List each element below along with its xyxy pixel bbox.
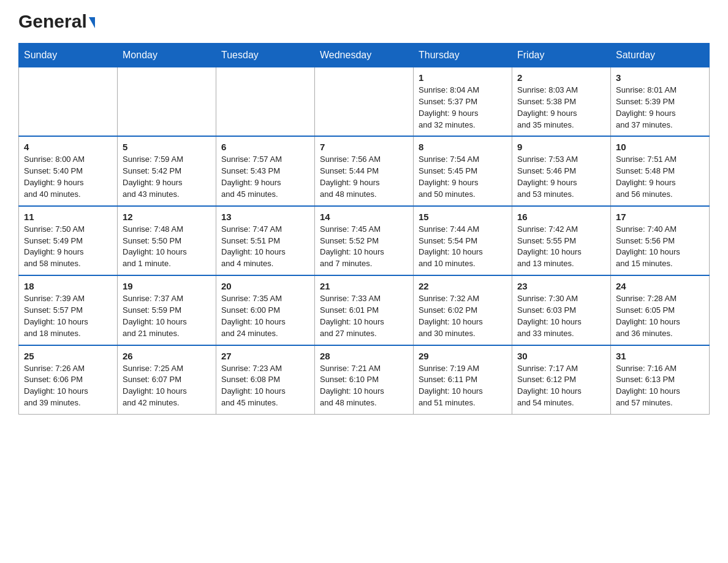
day-number: 23: [517, 281, 605, 291]
day-number: 4: [24, 142, 112, 152]
calendar-cell: 20Sunrise: 7:35 AM Sunset: 6:00 PM Dayli…: [216, 275, 315, 345]
day-info: Sunrise: 7:44 AM Sunset: 5:54 PM Dayligh…: [419, 224, 507, 270]
calendar-week-row: 1Sunrise: 8:04 AM Sunset: 5:37 PM Daylig…: [19, 67, 710, 137]
day-info: Sunrise: 7:19 AM Sunset: 6:11 PM Dayligh…: [419, 363, 507, 409]
calendar-cell: 13Sunrise: 7:47 AM Sunset: 5:51 PM Dayli…: [216, 206, 315, 275]
col-saturday: Saturday: [611, 44, 710, 67]
day-number: 6: [221, 142, 309, 152]
day-number: 30: [517, 351, 605, 361]
calendar-cell: 2Sunrise: 8:03 AM Sunset: 5:38 PM Daylig…: [512, 67, 611, 137]
day-number: 24: [616, 281, 704, 291]
day-info: Sunrise: 7:39 AM Sunset: 5:57 PM Dayligh…: [24, 293, 112, 339]
day-number: 18: [24, 281, 112, 291]
calendar-cell: 10Sunrise: 7:51 AM Sunset: 5:48 PM Dayli…: [611, 136, 710, 205]
day-info: Sunrise: 7:42 AM Sunset: 5:55 PM Dayligh…: [517, 224, 605, 270]
calendar-cell: 4Sunrise: 8:00 AM Sunset: 5:40 PM Daylig…: [19, 136, 118, 205]
logo-line1: General: [18, 12, 95, 31]
day-number: 2: [517, 72, 605, 83]
calendar-cell: 29Sunrise: 7:19 AM Sunset: 6:11 PM Dayli…: [414, 345, 512, 415]
day-number: 20: [221, 281, 309, 291]
calendar-cell: 23Sunrise: 7:30 AM Sunset: 6:03 PM Dayli…: [512, 275, 611, 345]
day-number: 11: [24, 212, 112, 222]
calendar-cell: [118, 67, 216, 137]
page-header: General: [18, 12, 710, 34]
day-number: 17: [616, 212, 704, 222]
day-info: Sunrise: 7:25 AM Sunset: 6:07 PM Dayligh…: [123, 363, 211, 409]
day-info: Sunrise: 8:03 AM Sunset: 5:38 PM Dayligh…: [517, 85, 605, 131]
calendar-cell: 31Sunrise: 7:16 AM Sunset: 6:13 PM Dayli…: [611, 345, 710, 415]
day-info: Sunrise: 7:33 AM Sunset: 6:01 PM Dayligh…: [320, 293, 408, 339]
calendar-week-row: 18Sunrise: 7:39 AM Sunset: 5:57 PM Dayli…: [19, 275, 710, 345]
day-number: 5: [123, 142, 211, 152]
calendar-cell: 28Sunrise: 7:21 AM Sunset: 6:10 PM Dayli…: [315, 345, 414, 415]
day-info: Sunrise: 7:45 AM Sunset: 5:52 PM Dayligh…: [320, 224, 408, 270]
day-number: 10: [616, 142, 704, 152]
day-number: 12: [123, 212, 211, 222]
calendar-table: Sunday Monday Tuesday Wednesday Thursday…: [18, 43, 710, 415]
calendar-cell: 12Sunrise: 7:48 AM Sunset: 5:50 PM Dayli…: [118, 206, 216, 275]
day-number: 27: [221, 351, 309, 361]
calendar-cell: 17Sunrise: 7:40 AM Sunset: 5:56 PM Dayli…: [611, 206, 710, 275]
calendar-cell: 11Sunrise: 7:50 AM Sunset: 5:49 PM Dayli…: [19, 206, 118, 275]
day-number: 25: [24, 351, 112, 361]
day-info: Sunrise: 7:53 AM Sunset: 5:46 PM Dayligh…: [517, 154, 605, 200]
calendar-week-row: 11Sunrise: 7:50 AM Sunset: 5:49 PM Dayli…: [19, 206, 710, 275]
day-number: 15: [419, 212, 507, 222]
day-info: Sunrise: 7:47 AM Sunset: 5:51 PM Dayligh…: [221, 224, 309, 270]
day-info: Sunrise: 7:37 AM Sunset: 5:59 PM Dayligh…: [123, 293, 211, 339]
calendar-cell: 24Sunrise: 7:28 AM Sunset: 6:05 PM Dayli…: [611, 275, 710, 345]
calendar-cell: 19Sunrise: 7:37 AM Sunset: 5:59 PM Dayli…: [118, 275, 216, 345]
calendar-cell: 6Sunrise: 7:57 AM Sunset: 5:43 PM Daylig…: [216, 136, 315, 205]
calendar-cell: 25Sunrise: 7:26 AM Sunset: 6:06 PM Dayli…: [19, 345, 118, 415]
day-info: Sunrise: 8:00 AM Sunset: 5:40 PM Dayligh…: [24, 154, 112, 200]
col-sunday: Sunday: [19, 44, 118, 67]
day-number: 3: [616, 72, 704, 83]
day-info: Sunrise: 7:26 AM Sunset: 6:06 PM Dayligh…: [24, 363, 112, 409]
logo-general: General: [18, 12, 87, 31]
calendar-cell: 1Sunrise: 8:04 AM Sunset: 5:37 PM Daylig…: [414, 67, 512, 137]
day-info: Sunrise: 7:59 AM Sunset: 5:42 PM Dayligh…: [123, 154, 211, 200]
day-number: 21: [320, 281, 408, 291]
day-info: Sunrise: 7:50 AM Sunset: 5:49 PM Dayligh…: [24, 224, 112, 270]
day-number: 28: [320, 351, 408, 361]
day-info: Sunrise: 7:35 AM Sunset: 6:00 PM Dayligh…: [221, 293, 309, 339]
calendar-cell: 14Sunrise: 7:45 AM Sunset: 5:52 PM Dayli…: [315, 206, 414, 275]
day-number: 26: [123, 351, 211, 361]
day-number: 7: [320, 142, 408, 152]
day-info: Sunrise: 7:51 AM Sunset: 5:48 PM Dayligh…: [616, 154, 704, 200]
calendar-week-row: 25Sunrise: 7:26 AM Sunset: 6:06 PM Dayli…: [19, 345, 710, 415]
day-info: Sunrise: 7:56 AM Sunset: 5:44 PM Dayligh…: [320, 154, 408, 200]
day-info: Sunrise: 8:04 AM Sunset: 5:37 PM Dayligh…: [419, 85, 507, 131]
calendar-cell: [216, 67, 315, 137]
calendar-cell: [315, 67, 414, 137]
calendar-cell: 16Sunrise: 7:42 AM Sunset: 5:55 PM Dayli…: [512, 206, 611, 275]
day-info: Sunrise: 7:40 AM Sunset: 5:56 PM Dayligh…: [616, 224, 704, 270]
calendar-cell: 26Sunrise: 7:25 AM Sunset: 6:07 PM Dayli…: [118, 345, 216, 415]
col-thursday: Thursday: [414, 44, 512, 67]
day-number: 16: [517, 212, 605, 222]
logo: General: [18, 12, 95, 31]
day-info: Sunrise: 7:21 AM Sunset: 6:10 PM Dayligh…: [320, 363, 408, 409]
day-number: 19: [123, 281, 211, 291]
col-friday: Friday: [512, 44, 611, 67]
day-info: Sunrise: 7:57 AM Sunset: 5:43 PM Dayligh…: [221, 154, 309, 200]
day-number: 14: [320, 212, 408, 222]
col-wednesday: Wednesday: [315, 44, 414, 67]
day-number: 22: [419, 281, 507, 291]
calendar-cell: 27Sunrise: 7:23 AM Sunset: 6:08 PM Dayli…: [216, 345, 315, 415]
calendar-cell: 8Sunrise: 7:54 AM Sunset: 5:45 PM Daylig…: [414, 136, 512, 205]
calendar-cell: 18Sunrise: 7:39 AM Sunset: 5:57 PM Dayli…: [19, 275, 118, 345]
day-info: Sunrise: 7:32 AM Sunset: 6:02 PM Dayligh…: [419, 293, 507, 339]
day-number: 9: [517, 142, 605, 152]
day-info: Sunrise: 7:17 AM Sunset: 6:12 PM Dayligh…: [517, 363, 605, 409]
calendar-cell: 15Sunrise: 7:44 AM Sunset: 5:54 PM Dayli…: [414, 206, 512, 275]
day-number: 1: [419, 72, 507, 83]
day-number: 8: [419, 142, 507, 152]
day-number: 13: [221, 212, 309, 222]
day-info: Sunrise: 7:30 AM Sunset: 6:03 PM Dayligh…: [517, 293, 605, 339]
day-info: Sunrise: 7:28 AM Sunset: 6:05 PM Dayligh…: [616, 293, 704, 339]
day-info: Sunrise: 7:48 AM Sunset: 5:50 PM Dayligh…: [123, 224, 211, 270]
calendar-header-row: Sunday Monday Tuesday Wednesday Thursday…: [19, 44, 710, 67]
calendar-cell: 21Sunrise: 7:33 AM Sunset: 6:01 PM Dayli…: [315, 275, 414, 345]
calendar-cell: 30Sunrise: 7:17 AM Sunset: 6:12 PM Dayli…: [512, 345, 611, 415]
